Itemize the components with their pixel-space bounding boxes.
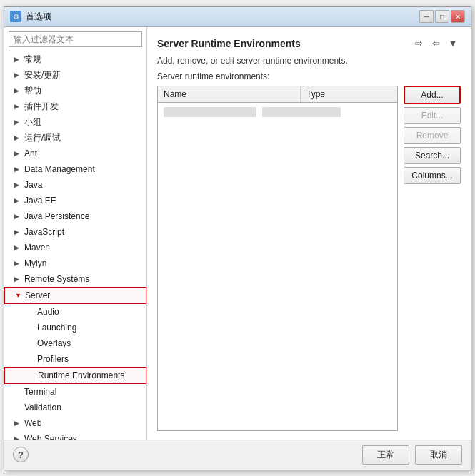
nav-dropdown-icon[interactable]: ▼ <box>445 36 461 51</box>
tree-area: ▶常规 ▶安装/更新 ▶帮助 ▶插件开发 ▶小组 ▶运行/调试 ▶Ant ▶Da… <box>4 50 146 440</box>
sidebar-item-remote-systems[interactable]: ▶Remote Systems <box>4 271 146 287</box>
sidebar-item-data-management[interactable]: ▶Data Management <box>4 161 146 177</box>
sidebar-item-team[interactable]: ▶小组 <box>4 114 146 130</box>
panel-sub-label: Server runtime environments: <box>157 71 461 81</box>
cancel-button[interactable]: 取消 <box>415 445 462 465</box>
confirm-button[interactable]: 正常 <box>362 445 409 465</box>
close-button[interactable]: ✕ <box>451 10 465 23</box>
nav-icons: ⇨ ⇦ ▼ <box>411 36 461 51</box>
minimize-button[interactable]: ─ <box>419 10 434 23</box>
table-placeholder-row <box>158 103 397 121</box>
table-body <box>158 103 397 430</box>
sidebar-item-javascript[interactable]: ▶JavaScript <box>4 224 146 240</box>
sidebar-item-server[interactable]: ▼Server <box>4 287 146 304</box>
sidebar-item-ant[interactable]: ▶Ant <box>4 146 146 161</box>
col-type: Type <box>301 86 397 102</box>
sidebar-item-java-persistence[interactable]: ▶Java Persistence <box>4 208 146 224</box>
restore-button[interactable]: □ <box>435 10 449 23</box>
help-button[interactable]: ? <box>13 447 29 462</box>
title-bar-controls: ─ □ ✕ <box>419 10 465 23</box>
runtime-table: Name Type <box>157 86 398 431</box>
add-button[interactable]: Add... <box>404 86 461 104</box>
sidebar-item-run-debug[interactable]: ▶运行/调试 <box>4 130 146 146</box>
panel-description: Add, remove, or edit server runtime envi… <box>157 56 461 66</box>
content-area: ▶常规 ▶安装/更新 ▶帮助 ▶插件开发 ▶小组 ▶运行/调试 ▶Ant ▶Da… <box>4 27 471 440</box>
sidebar-item-web-services[interactable]: ▶Web Services <box>4 431 146 440</box>
sidebar-item-audio[interactable]: Audio <box>4 304 146 320</box>
sidebar-item-runtime-environments[interactable]: Runtime Environments <box>4 367 146 384</box>
placeholder-type <box>262 107 341 117</box>
preferences-window: ⚙ 首选项 ─ □ ✕ ▶常规 ▶安装/更新 ▶帮助 ▶插件开发 ▶小组 ▶运行… <box>4 6 471 470</box>
nav-forward-icon[interactable]: ⇨ <box>411 36 426 51</box>
columns-button[interactable]: Columns... <box>404 167 461 184</box>
action-buttons: Add... Edit... Remove Search... Columns.… <box>404 86 461 431</box>
window-title: 首选项 <box>26 11 419 23</box>
placeholder-name <box>164 107 256 117</box>
sidebar-item-java-ee[interactable]: ▶Java EE <box>4 193 146 208</box>
col-name: Name <box>158 86 301 102</box>
main-panel: Server Runtime Environments ⇨ ⇦ ▼ Add, r… <box>147 27 471 440</box>
table-header: Name Type <box>158 86 397 103</box>
table-buttons-area: Name Type Add... Edit... Remove Search.. <box>157 86 461 431</box>
window-icon: ⚙ <box>10 11 21 22</box>
sidebar-item-install-update[interactable]: ▶安装/更新 <box>4 67 146 83</box>
filter-input[interactable] <box>9 31 142 47</box>
remove-button[interactable]: Remove <box>404 127 461 144</box>
nav-back-icon[interactable]: ⇦ <box>428 36 444 51</box>
sidebar-item-launching[interactable]: Launching <box>4 320 146 335</box>
bottom-left: ? <box>13 447 29 462</box>
sidebar-item-terminal[interactable]: Terminal <box>4 384 146 400</box>
search-button[interactable]: Search... <box>404 147 461 164</box>
panel-title: Server Runtime Environments <box>157 38 301 49</box>
sidebar-item-mylyn[interactable]: ▶Mylyn <box>4 255 146 271</box>
sidebar-item-java[interactable]: ▶Java <box>4 177 146 193</box>
sidebar-item-profilers[interactable]: Profilers <box>4 351 146 367</box>
sidebar-item-web[interactable]: ▶Web <box>4 415 146 431</box>
sidebar-item-plugin-dev[interactable]: ▶插件开发 <box>4 98 146 114</box>
bottom-right: 正常 取消 <box>362 445 462 465</box>
sidebar-item-help[interactable]: ▶帮助 <box>4 83 146 98</box>
sidebar-item-overlays[interactable]: Overlays <box>4 335 146 351</box>
sidebar-item-maven[interactable]: ▶Maven <box>4 240 146 255</box>
sidebar-item-normal[interactable]: ▶常规 <box>4 51 146 67</box>
edit-button[interactable]: Edit... <box>404 107 461 124</box>
panel-header: Server Runtime Environments ⇨ ⇦ ▼ <box>157 36 461 51</box>
sidebar: ▶常规 ▶安装/更新 ▶帮助 ▶插件开发 ▶小组 ▶运行/调试 ▶Ant ▶Da… <box>4 27 147 440</box>
sidebar-item-validation[interactable]: Validation <box>4 400 146 415</box>
bottom-bar: ? 正常 取消 <box>4 440 471 470</box>
title-bar: ⚙ 首选项 ─ □ ✕ <box>4 7 471 27</box>
